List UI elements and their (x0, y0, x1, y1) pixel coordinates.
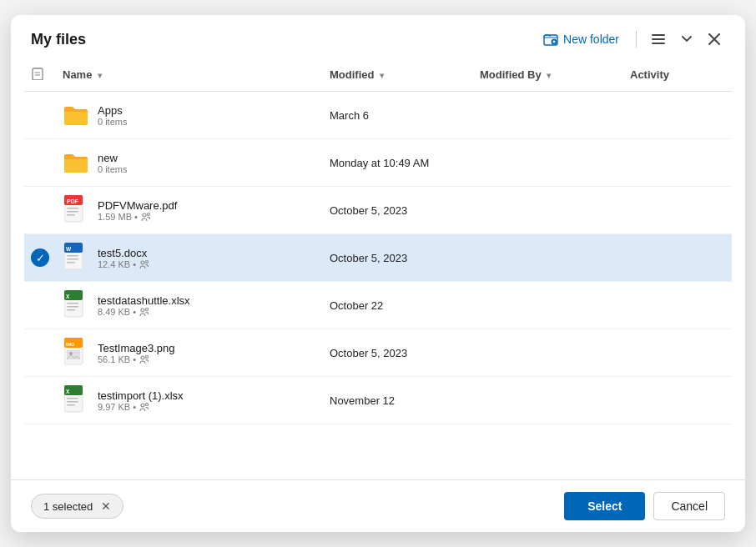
row-activity-cell (623, 282, 732, 329)
svg-rect-24 (67, 258, 78, 260)
file-type-icon (63, 100, 89, 130)
row-activity-cell (623, 234, 732, 282)
svg-rect-48 (67, 404, 75, 406)
svg-text:IMG: IMG (66, 342, 74, 347)
clear-selection-button[interactable]: ✕ (101, 499, 111, 513)
svg-rect-17 (67, 214, 75, 216)
svg-text:X: X (66, 389, 70, 394)
row-activity-cell (623, 92, 732, 139)
svg-point-26 (141, 261, 144, 264)
modifiedby-sort-icon: ▾ (547, 71, 551, 80)
table-row[interactable]: PDF PDFVMware.pdf 1.59 MB • October 5, 2… (24, 187, 732, 234)
row-modified-cell: October 5, 2023 (323, 329, 473, 377)
svg-rect-5 (652, 38, 665, 40)
file-list-body: Apps 0 items March 6 new 0 items Monday … (24, 92, 732, 424)
row-checkbox-cell[interactable] (24, 92, 56, 139)
file-type-icon: X (63, 385, 89, 415)
svg-rect-33 (67, 309, 75, 311)
dialog-footer: 1 selected ✕ Select Cancel (11, 479, 745, 532)
modified-sort-icon: ▾ (380, 71, 384, 80)
svg-text:W: W (66, 246, 72, 252)
row-checkbox-cell[interactable] (24, 139, 56, 187)
svg-point-27 (146, 260, 149, 263)
row-modified-cell: October 5, 2023 (323, 234, 473, 282)
svg-point-50 (146, 403, 149, 405)
row-modifiedby-cell (473, 187, 623, 234)
new-folder-label: New folder (563, 33, 619, 46)
file-picker-dialog: My files New folder (11, 15, 745, 532)
file-name: TestImage3.png (98, 342, 175, 354)
selected-count-label: 1 selected (43, 500, 93, 513)
file-meta: test5.docx 12.4 KB • (98, 247, 149, 269)
svg-rect-16 (67, 211, 78, 213)
dialog-header: My files New folder (11, 15, 745, 58)
new-folder-button[interactable]: New folder (537, 28, 626, 50)
cancel-button[interactable]: Cancel (653, 492, 725, 520)
chevron-down-icon (682, 36, 692, 43)
svg-rect-6 (652, 43, 665, 44)
file-name: test5.docx (98, 247, 149, 259)
table-row[interactable]: ✓ W test5.docx 12.4 KB • October 5, 2023 (24, 234, 732, 282)
xlsx-icon: X (64, 385, 88, 415)
row-checkbox-cell[interactable]: ✓ (24, 234, 56, 282)
view-options-button[interactable] (647, 30, 670, 48)
row-activity-cell (623, 377, 732, 424)
svg-rect-4 (652, 34, 665, 36)
th-modified[interactable]: Modified ▾ (323, 58, 473, 92)
svg-point-49 (141, 404, 144, 407)
shared-icon (139, 354, 149, 364)
chevron-down-button[interactable] (677, 33, 697, 46)
row-checkbox-cell[interactable] (24, 377, 56, 424)
row-activity-cell (623, 187, 732, 234)
svg-rect-47 (67, 401, 78, 403)
folder-icon (63, 151, 89, 174)
svg-rect-9 (33, 68, 43, 80)
file-name: PDFVMware.pdf (98, 199, 177, 212)
svg-point-35 (146, 308, 149, 310)
file-name: new (98, 152, 127, 164)
svg-point-42 (146, 355, 149, 358)
file-meta: Apps 0 items (98, 104, 127, 127)
close-button[interactable] (703, 30, 725, 48)
selected-badge: 1 selected ✕ (31, 494, 123, 519)
header-actions: New folder (537, 28, 725, 50)
shared-icon (139, 402, 149, 412)
file-meta: PDFVMware.pdf 1.59 MB • (98, 199, 177, 222)
file-name: testdatashuttle.xlsx (98, 294, 190, 307)
row-activity-cell (623, 329, 732, 377)
table-row[interactable]: Apps 0 items March 6 (24, 92, 732, 139)
select-button[interactable]: Select (564, 492, 645, 520)
th-activity: Activity (623, 58, 732, 92)
table-row[interactable]: X testdatashuttle.xlsx 8.49 KB • October… (24, 282, 732, 329)
th-modifiedby[interactable]: Modified By ▾ (473, 58, 623, 92)
row-activity-cell (623, 139, 732, 187)
row-checkbox-cell[interactable] (24, 329, 56, 377)
row-checkbox-cell[interactable] (24, 282, 56, 329)
row-modified-cell: March 6 (323, 92, 473, 139)
file-meta: new 0 items (98, 152, 127, 174)
file-meta: testdatashuttle.xlsx 8.49 KB • (98, 294, 190, 317)
table-row[interactable]: IMG TestImage3.png 56.1 KB • October 5, … (24, 329, 732, 377)
svg-rect-32 (67, 306, 78, 308)
table-row[interactable]: new 0 items Monday at 10:49 AM (24, 139, 732, 187)
file-table: Name ▾ Modified ▾ Modified By ▾ Activity (24, 58, 732, 424)
svg-point-18 (143, 213, 146, 217)
file-type-icon: X (63, 290, 89, 320)
row-checkbox-cell[interactable] (24, 187, 56, 234)
row-name-cell: Apps 0 items (56, 92, 323, 139)
png-icon: IMG (64, 338, 88, 368)
svg-rect-15 (67, 208, 78, 209)
table-row[interactable]: X testimport (1).xlsx 9.97 KB • November… (24, 377, 732, 424)
row-modifiedby-cell (473, 377, 623, 424)
th-name[interactable]: Name ▾ (56, 58, 323, 92)
row-name-cell: PDF PDFVMware.pdf 1.59 MB • (56, 187, 323, 234)
checked-indicator: ✓ (31, 248, 49, 267)
row-name-cell: IMG TestImage3.png 56.1 KB • (56, 329, 323, 377)
row-name-cell: new 0 items (56, 139, 323, 187)
row-name-cell: W test5.docx 12.4 KB • (56, 234, 323, 282)
file-name: testimport (1).xlsx (98, 389, 184, 402)
row-modified-cell: November 12 (323, 377, 473, 424)
row-modifiedby-cell (473, 282, 623, 329)
row-modified-cell: Monday at 10:49 AM (323, 139, 473, 187)
file-name: Apps (98, 104, 127, 117)
